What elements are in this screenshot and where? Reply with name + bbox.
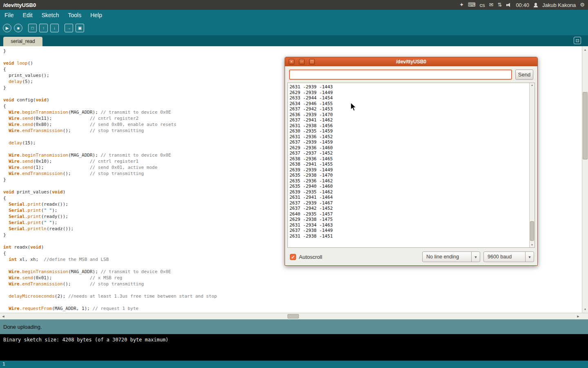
tab-menu-icon: ⊡ [575, 38, 579, 43]
code-line [3, 299, 581, 305]
code-line: delayMicroseconds(2); //needs at least 1… [3, 293, 581, 299]
ubuntu-top-panel: /dev/ttyUSB0 ✦ ⌨ cs ✉ ⇅ 00:40 Jakub Kako… [0, 0, 588, 10]
indicator-icon[interactable]: ✦ [459, 0, 464, 10]
line-ending-select[interactable]: No line ending ▾ [422, 251, 480, 262]
line-number-strip: 1 [0, 361, 588, 368]
code-line: Wire.endTransmission(); // stop transmit… [3, 281, 581, 287]
open-icon: ↑ [42, 26, 45, 30]
menu-file[interactable]: File [0, 10, 18, 21]
serial-monitor-titlebar[interactable]: × ─ □ /dev/ttyUSB0 [285, 57, 537, 66]
scroll-up-icon[interactable]: ▲ [530, 83, 535, 88]
chevron-down-icon[interactable]: ▾ [525, 252, 534, 262]
scroll-up-icon[interactable]: ▲ [582, 47, 588, 53]
screen: /dev/ttyUSB0 ✦ ⌨ cs ✉ ⇅ 00:40 Jakub Kako… [0, 0, 588, 368]
serial-input[interactable] [289, 70, 512, 80]
serial-monitor-icon: ▣ [78, 26, 82, 30]
code-line: Wire.requestFrom(MAG_ADDR, 1); // reques… [3, 305, 581, 312]
send-button[interactable]: Send [515, 70, 533, 80]
autoscroll-label: Autoscroll [299, 254, 322, 260]
verify-icon: ▶ [6, 26, 9, 30]
code-line: } [3, 48, 581, 54]
tab-menu-button[interactable]: ⊡ [574, 37, 581, 44]
editor-vertical-scrollbar[interactable]: ▲ ▼ [582, 46, 588, 313]
scroll-down-icon[interactable]: ▼ [582, 306, 588, 312]
serial-monitor-title: /dev/ttyUSB0 [285, 59, 537, 65]
volume-icon[interactable] [506, 2, 512, 8]
code-line: Wire.beginTransmission(MAG_ADDR); // tra… [3, 269, 581, 275]
keyboard-layout-label[interactable]: cs [480, 2, 485, 8]
close-button[interactable]: × [289, 59, 294, 65]
status-message: Done uploading. [3, 324, 42, 330]
tab-serial-read[interactable]: serial_read [3, 37, 42, 46]
maximize-icon: □ [311, 60, 313, 64]
minimize-icon: ─ [301, 60, 303, 64]
serial-monitor-window: × ─ □ /dev/ttyUSB0 Send 2631 -2939 -1443… [285, 57, 538, 266]
user-icon [533, 2, 538, 8]
network-icon[interactable]: ⇅ [497, 0, 502, 10]
send-row: Send [289, 70, 533, 80]
console-output: Binary sketch size: 4208 bytes (of a 307… [0, 334, 588, 361]
new-sketch-button[interactable]: □ [28, 24, 37, 32]
window-controls: × ─ □ [289, 59, 315, 65]
serial-output-text: 2631 -2939 -1443 2629 -2939 -1449 2633 -… [290, 84, 528, 246]
verify-button[interactable]: ▶ [3, 24, 11, 32]
mouse-cursor [350, 102, 358, 112]
stop-button[interactable]: ■ [14, 24, 22, 32]
status-bar: Done uploading. [0, 319, 588, 334]
serial-controls-row: ✓ Autoscroll No line ending ▾ 9600 baud … [290, 251, 534, 263]
editor-horizontal-scrollbar[interactable]: ◀ ▶ [0, 313, 588, 319]
menu-help[interactable]: Help [86, 10, 107, 21]
save-icon: ↓ [53, 26, 56, 30]
window-title: /dev/ttyUSB0 [3, 2, 36, 8]
line-ending-value: No line ending [423, 254, 471, 260]
autoscroll-control[interactable]: ✓ Autoscroll [290, 254, 322, 260]
check-icon: ✓ [291, 255, 295, 260]
mail-icon[interactable]: ✉ [489, 0, 494, 10]
serial-monitor-button[interactable]: ▣ [76, 24, 84, 32]
serial-monitor-body: Send 2631 -2939 -1443 2629 -2939 -1449 2… [285, 70, 537, 269]
close-icon: × [290, 60, 292, 64]
minimize-button[interactable]: ─ [299, 59, 305, 65]
baud-rate-value: 9600 baud [484, 254, 525, 260]
console-line: Binary sketch size: 4208 bytes (of a 307… [3, 337, 169, 343]
autoscroll-checkbox[interactable]: ✓ [290, 254, 296, 260]
gear-icon[interactable]: ⚙ [580, 0, 585, 10]
toolbar: ▶ ■ □ ↑ ↓ → ▣ [0, 21, 588, 35]
keyboard-icon[interactable]: ⌨ [468, 0, 476, 10]
menu-bar: File Edit Sketch Tools Help [0, 10, 588, 21]
panel-indicators: ✦ ⌨ cs ✉ ⇅ 00:40 Jakub Kakona ⚙ [459, 0, 588, 10]
user-name[interactable]: Jakub Kakona [542, 2, 576, 8]
save-button[interactable]: ↓ [50, 24, 59, 32]
scroll-down-icon[interactable]: ▼ [530, 243, 535, 247]
line-number: 1 [2, 361, 5, 367]
code-line [3, 287, 581, 293]
code-line: Wire.send(0x01); // x MSB reg [3, 275, 581, 281]
menu-edit[interactable]: Edit [18, 10, 37, 21]
upload-button[interactable]: → [65, 24, 73, 32]
serial-scroll-thumb[interactable] [530, 221, 534, 241]
chevron-down-icon[interactable]: ▾ [471, 252, 480, 262]
menu-tools[interactable]: Tools [64, 10, 86, 21]
editor-vscroll-thumb[interactable] [583, 92, 588, 159]
editor-hscroll-thumb[interactable] [287, 314, 299, 319]
baud-rate-select[interactable]: 9600 baud ▾ [483, 251, 534, 262]
serial-scrollbar[interactable]: ▲ ▼ [529, 83, 535, 247]
upload-icon: → [67, 26, 71, 30]
tab-bar: serial_read ⊡ [0, 35, 588, 46]
scroll-right-icon[interactable]: ▶ [575, 313, 581, 319]
new-doc-icon: □ [31, 26, 33, 30]
maximize-button[interactable]: □ [309, 59, 315, 65]
scroll-left-icon[interactable]: ◀ [0, 313, 7, 319]
serial-output[interactable]: 2631 -2939 -1443 2629 -2939 -1449 2633 -… [287, 83, 535, 248]
stop-icon: ■ [17, 26, 19, 30]
menu-sketch[interactable]: Sketch [37, 10, 64, 21]
open-button[interactable]: ↑ [39, 24, 48, 32]
clock[interactable]: 00:40 [516, 2, 529, 8]
